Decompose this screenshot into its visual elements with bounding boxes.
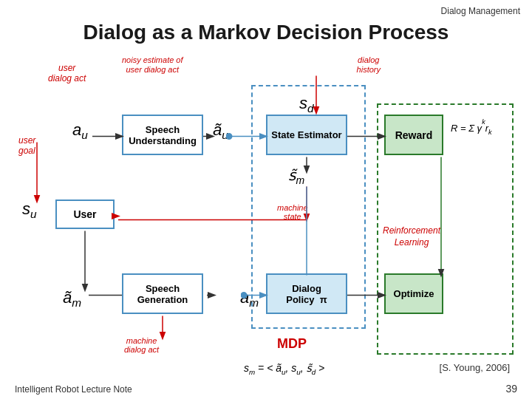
math-am: am <box>240 288 259 310</box>
math-au-big: au <box>72 120 88 142</box>
label-noisy-estimate: noisy estimate ofuser dialog act <box>122 55 183 75</box>
main-title: Dialog as a Markov Decision Process <box>0 21 532 44</box>
label-user-goal: usergoal <box>18 135 35 156</box>
label-reinforcement-learning: ReinforcementLearning <box>383 225 440 248</box>
header-title: Dialog Management <box>441 6 520 16</box>
footer-left: Intelligent Robot Lecture Note <box>15 384 132 395</box>
box-dialog-policy: DialogPolicy π <box>266 273 347 314</box>
math-sm-formula: sm = < ãu, su, s̃d > <box>244 362 324 376</box>
box-user: User <box>55 200 115 229</box>
math-sm-tilde: s̃m <box>288 166 304 186</box>
box-reward: Reward <box>384 115 443 155</box>
diagram: userdialog act noisy estimate ofuser dia… <box>15 55 517 377</box>
box-speech-generation: SpeechGeneration <box>122 273 203 314</box>
math-am-tilde: ãm <box>63 288 81 310</box>
box-state-estimator: State Estimator <box>266 115 347 155</box>
label-dialog-history: dialoghistory <box>357 55 381 75</box>
math-su: su <box>22 200 37 221</box>
box-speech-understanding: Speech Understanding <box>122 115 203 155</box>
label-user-dialog-act: userdialog act <box>48 63 86 84</box>
math-au-tilde: ãu <box>213 120 228 142</box>
label-machine-dialog-act: machinedialog act <box>124 336 159 354</box>
page-header: Dialog Management <box>441 6 520 16</box>
math-reward-formula: R = Σ γkrk <box>451 122 492 136</box>
citation: [S. Young, 2006] <box>440 362 510 373</box>
box-optimize: Optimize <box>384 273 443 314</box>
footer-right: 39 <box>505 383 517 395</box>
label-mdp: MDP <box>277 336 307 352</box>
math-sd: sd <box>299 94 314 115</box>
label-machine-state: machinestate <box>277 203 308 221</box>
